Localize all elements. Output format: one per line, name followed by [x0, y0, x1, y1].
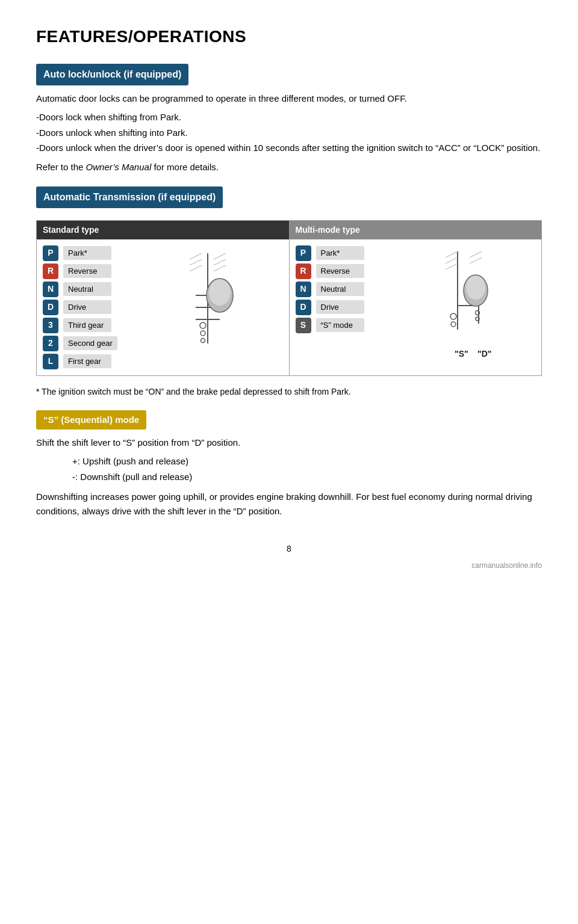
multi-gear-item: S “S” mode — [296, 318, 380, 333]
gear-badge: N — [296, 282, 311, 297]
auto-lock-refer: Refer to the Owner’s Manual for more det… — [36, 160, 542, 174]
standard-gear-item: R Reverse — [43, 263, 127, 279]
svg-point-14 — [201, 338, 205, 342]
auto-lock-body1: Automatic door locks can be programmed t… — [36, 91, 542, 106]
svg-line-5 — [190, 259, 202, 265]
standard-gear-item: P Park* — [43, 245, 127, 261]
multi-gear-item: N Neutral — [296, 282, 380, 297]
sequential-list: +: Upshift (push and release) -: Downshi… — [72, 455, 542, 484]
gear-badge: S — [296, 318, 311, 333]
multi-diagram: "S" "D" — [386, 245, 536, 366]
sequential-body1: Shift the shift lever to “S” position fr… — [36, 436, 542, 450]
standard-type-content: P Park* R Reverse N Neutral D Drive 3 Th… — [37, 239, 289, 375]
gear-label: Neutral — [63, 282, 111, 297]
standard-type-panel: Standard type P Park* R Reverse N Neutra… — [37, 221, 290, 375]
svg-line-22 — [470, 257, 482, 263]
gear-badge: D — [296, 300, 311, 315]
gear-label: Second gear — [63, 336, 117, 351]
sequential-body2: Downshifting increases power going uphil… — [36, 490, 542, 519]
gear-badge: L — [43, 354, 58, 369]
svg-line-6 — [190, 265, 202, 271]
gear-label: Reverse — [316, 264, 364, 279]
multi-gear-item: P Park* — [296, 245, 380, 261]
watermark: carmanualsonline.info — [36, 560, 542, 571]
auto-lock-section: Auto lock/unlock (if equipped) Automatic… — [36, 64, 542, 174]
gear-label: First gear — [63, 354, 111, 369]
gear-badge: P — [296, 245, 311, 261]
transmission-header: Automatic Transmission (if equipped) — [36, 186, 223, 208]
svg-point-11 — [209, 279, 231, 306]
svg-point-25 — [450, 313, 456, 319]
gear-badge: 3 — [43, 318, 58, 333]
standard-diagram — [133, 245, 283, 369]
transmission-footnote: * The ignition switch must be “ON” and t… — [36, 386, 542, 398]
dash-item-2: -Doors unlock when shifting into Park. — [36, 126, 542, 140]
multi-gear-list: P Park* R Reverse N Neutral D Drive S “S… — [296, 245, 380, 366]
standard-gear-item: L First gear — [43, 354, 127, 369]
svg-line-19 — [446, 257, 458, 263]
gear-label: Park* — [316, 246, 364, 260]
svg-point-12 — [200, 322, 206, 328]
sequential-header: “S” (Sequential) mode — [36, 410, 146, 430]
auto-lock-header: Auto lock/unlock (if equipped) — [36, 64, 188, 85]
svg-line-7 — [214, 253, 226, 259]
gear-badge: P — [43, 245, 58, 261]
multi-gear-item: D Drive — [296, 300, 380, 315]
svg-line-8 — [214, 259, 226, 265]
gear-badge: D — [43, 300, 58, 315]
auto-lock-list: -Doors lock when shifting from Park. -Do… — [36, 111, 542, 155]
svg-text:"D": "D" — [477, 349, 491, 359]
gear-badge: R — [43, 263, 58, 279]
standard-gear-item: 2 Second gear — [43, 336, 127, 351]
standard-gear-item: D Drive — [43, 300, 127, 315]
upshift-label: +: Upshift (push and release) — [72, 455, 542, 469]
svg-line-4 — [190, 253, 202, 259]
standard-gear-list: P Park* R Reverse N Neutral D Drive 3 Th… — [43, 245, 127, 369]
svg-line-9 — [214, 265, 226, 271]
dash-item-1: -Doors lock when shifting from Park. — [36, 111, 542, 125]
gear-label: Drive — [63, 300, 111, 315]
gear-label: Third gear — [63, 318, 111, 333]
gear-label: Drive — [316, 300, 364, 315]
standard-gear-item: 3 Third gear — [43, 318, 127, 333]
standard-diagram-svg — [160, 247, 256, 368]
multi-mode-content: P Park* R Reverse N Neutral D Drive S “S… — [290, 239, 542, 372]
gear-label: Park* — [63, 246, 111, 260]
standard-type-header: Standard type — [37, 221, 289, 239]
multi-mode-panel: Multi-mode type P Park* R Reverse N Neut… — [290, 221, 542, 375]
gear-label: Neutral — [316, 282, 364, 297]
svg-line-21 — [470, 251, 482, 257]
dash-item-3: -Doors unlock when the driver’s door is … — [36, 141, 542, 155]
page-title: FEATURES/OPERATIONS — [36, 24, 542, 49]
svg-point-24 — [466, 276, 485, 300]
multi-diagram-svg: "S" "D" — [412, 245, 509, 366]
transmission-section: Automatic Transmission (if equipped) Sta… — [36, 186, 542, 398]
gear-badge: N — [43, 282, 58, 297]
gear-badge: 2 — [43, 336, 58, 351]
downshift-label: -: Downshift (pull and release) — [72, 470, 542, 484]
svg-line-18 — [446, 251, 458, 257]
sequential-section: “S” (Sequential) mode Shift the shift le… — [36, 410, 542, 519]
svg-text:"S": "S" — [455, 349, 468, 359]
multi-gear-item: R Reverse — [296, 263, 380, 279]
svg-point-13 — [200, 331, 205, 336]
gear-label: Reverse — [63, 264, 111, 279]
gear-label: “S” mode — [316, 318, 364, 333]
transmission-table: Standard type P Park* R Reverse N Neutra… — [36, 220, 542, 376]
multi-mode-header: Multi-mode type — [290, 221, 542, 239]
svg-line-20 — [446, 263, 458, 270]
svg-point-26 — [451, 322, 456, 327]
gear-badge: R — [296, 263, 311, 279]
page-number: 8 — [36, 543, 542, 555]
standard-gear-item: N Neutral — [43, 282, 127, 297]
